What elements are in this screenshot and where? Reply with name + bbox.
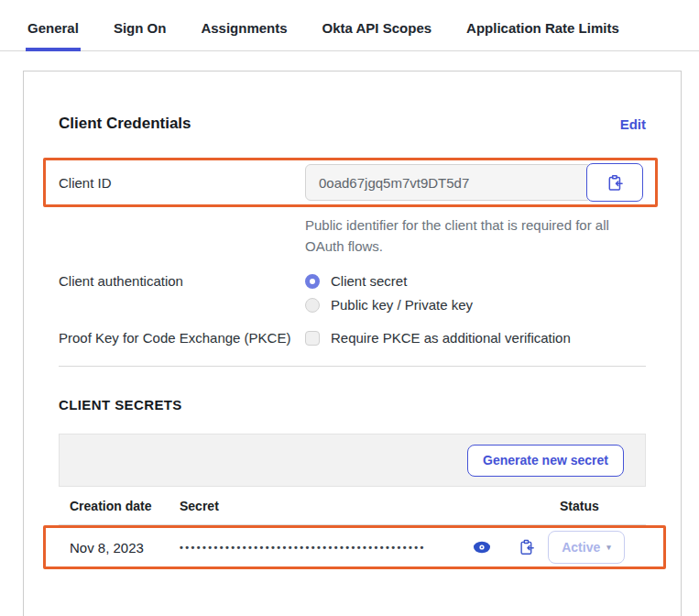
copy-secret-button[interactable] <box>519 539 535 556</box>
secret-creation-date: Nov 8, 2023 <box>70 540 180 556</box>
client-secrets-title: CLIENT SECRETS <box>59 397 646 412</box>
tab-sign-on[interactable]: Sign On <box>112 20 169 51</box>
radio-client-secret[interactable]: Client secret <box>305 273 473 289</box>
radio-selected-icon <box>305 274 320 289</box>
client-id-highlight-box: Client ID <box>43 158 658 207</box>
pkce-label: Proof Key for Code Exchange (PKCE) <box>59 330 305 346</box>
client-id-input[interactable] <box>305 164 592 201</box>
status-dropdown-button[interactable]: Active ▾ <box>548 531 625 564</box>
table-toolbar: Generate new secret <box>59 434 646 487</box>
client-credentials-title: Client Credentials <box>59 115 191 133</box>
tab-general[interactable]: General <box>26 20 81 51</box>
generate-new-secret-button[interactable]: Generate new secret <box>467 445 624 477</box>
copy-client-id-button[interactable] <box>586 163 643 202</box>
client-secrets-table: Generate new secret Creation date Secret… <box>59 434 646 569</box>
status-label: Active <box>562 540 600 555</box>
masked-secret-value: ••••••••••••••••••••••••••••••••••••••••… <box>180 542 471 553</box>
tab-assignments[interactable]: Assignments <box>199 20 289 51</box>
clipboard-icon <box>519 539 535 556</box>
column-status: Status <box>560 499 635 513</box>
tab-okta-api-scopes[interactable]: Okta API Scopes <box>321 20 434 51</box>
secret-row-highlight-box: Nov 8, 2023 ••••••••••••••••••••••••••••… <box>43 525 666 569</box>
client-id-label: Client ID <box>59 175 305 191</box>
column-creation-date: Creation date <box>70 499 180 513</box>
client-authentication-label: Client authentication <box>59 273 305 313</box>
radio-public-private-key[interactable]: Public key / Private key <box>305 297 473 313</box>
column-secret: Secret <box>180 499 560 513</box>
tab-application-rate-limits[interactable]: Application Rate Limits <box>464 20 621 51</box>
chevron-down-icon: ▾ <box>606 543 611 552</box>
app-tab-bar: General Sign On Assignments Okta API Sco… <box>0 0 699 51</box>
checkbox-unchecked-icon <box>305 331 320 346</box>
section-divider <box>59 366 646 367</box>
secret-cell: ••••••••••••••••••••••••••••••••••••••••… <box>180 539 548 556</box>
radio-unselected-icon <box>305 298 320 313</box>
general-settings-card: Client Credentials Edit Client ID Public… <box>23 71 682 616</box>
edit-link[interactable]: Edit <box>620 116 646 132</box>
pkce-checkbox-row[interactable]: Require PKCE as additional verification <box>305 330 571 346</box>
pkce-checkbox-label: Require PKCE as additional verification <box>331 330 571 346</box>
eye-icon <box>473 541 491 554</box>
radio-client-secret-label: Client secret <box>331 273 407 289</box>
table-header-row: Creation date Secret Status <box>59 487 646 525</box>
client-id-help-text: Public identifier for the client that is… <box>305 215 613 257</box>
reveal-secret-button[interactable] <box>473 541 491 554</box>
radio-public-private-key-label: Public key / Private key <box>331 297 473 313</box>
clipboard-icon <box>606 174 624 192</box>
